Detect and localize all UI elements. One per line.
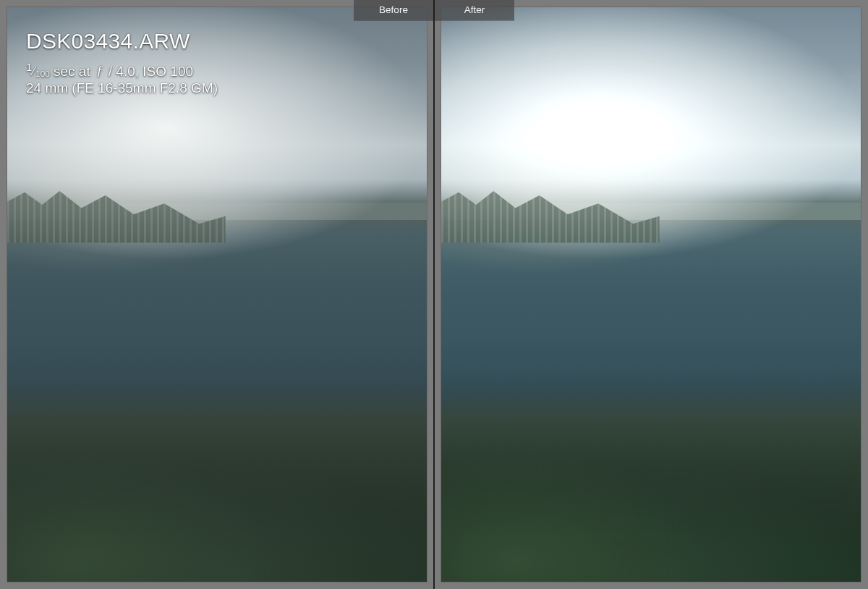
shutter-numerator: 1 — [26, 62, 32, 73]
after-photo — [441, 7, 861, 582]
photo-info-overlay: DSK03434.ARW 1⁄100 sec at ƒ / 4.0, ISO 1… — [26, 27, 218, 97]
compare-canvas: DSK03434.ARW 1⁄100 sec at ƒ / 4.0, ISO 1… — [0, 0, 868, 589]
before-panel[interactable]: DSK03434.ARW 1⁄100 sec at ƒ / 4.0, ISO 1… — [7, 7, 427, 582]
town-shape — [441, 179, 660, 242]
after-tag[interactable]: After — [435, 0, 514, 20]
aperture-value: 4.0 — [116, 63, 135, 78]
shutter-denominator: 100 — [35, 69, 50, 78]
exposure-sec: sec at — [50, 63, 94, 78]
filename-label: DSK03434.ARW — [26, 27, 218, 55]
iso-prefix: , ISO — [135, 63, 171, 78]
foliage-shape — [7, 375, 427, 582]
foliage-shape — [441, 375, 861, 582]
town-shape — [7, 179, 226, 242]
exposure-line: 1⁄100 sec at ƒ / 4.0, ISO 100 — [26, 61, 218, 80]
f-sep: / — [105, 63, 116, 78]
lens-line: 24 mm (FE 16-35mm F2.8 GM) — [26, 80, 218, 97]
before-tag[interactable]: Before — [354, 0, 433, 20]
after-panel[interactable] — [441, 7, 861, 582]
compare-divider[interactable] — [433, 0, 435, 589]
iso-value: 100 — [170, 63, 193, 78]
f-glyph: ƒ — [94, 63, 105, 78]
